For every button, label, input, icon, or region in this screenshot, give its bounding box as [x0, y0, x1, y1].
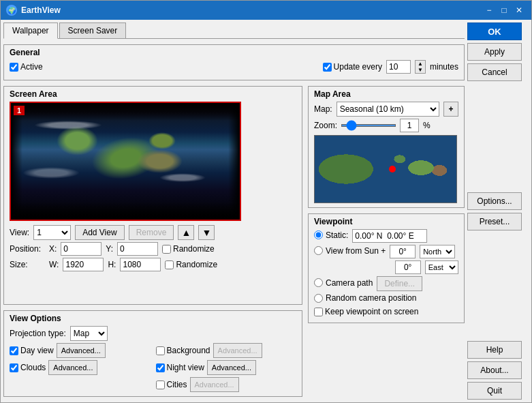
- keep-viewpoint-checkbox-label[interactable]: Keep viewpoint on screen: [314, 307, 418, 316]
- projection-select[interactable]: Map Globe: [70, 326, 108, 341]
- static-coords-input[interactable]: [352, 229, 427, 243]
- map-add-button[interactable]: +: [443, 102, 458, 117]
- general-row: Active Update every ▲ ▼ minutes: [10, 60, 458, 74]
- night-view-checkbox-label[interactable]: Night view: [156, 363, 204, 372]
- close-button[interactable]: ✕: [512, 3, 526, 17]
- zoom-input[interactable]: [400, 119, 419, 132]
- map-preview[interactable]: [314, 135, 457, 203]
- size-w-input[interactable]: [63, 258, 104, 271]
- tab-screensaver[interactable]: Screen Saver: [59, 23, 127, 38]
- interval-up-btn[interactable]: ▲: [416, 61, 425, 67]
- position-label: Position:: [10, 244, 45, 254]
- randomize1-label[interactable]: Randomize: [162, 244, 215, 254]
- static-label: Static:: [326, 230, 348, 240]
- active-checkbox-label[interactable]: Active: [10, 62, 43, 72]
- view-select[interactable]: 1: [33, 225, 71, 240]
- view-label: View:: [10, 228, 29, 237]
- minimize-button[interactable]: −: [482, 3, 496, 17]
- position-row: Position: X: Y: Randomize: [10, 242, 296, 256]
- about-button[interactable]: About...: [467, 361, 522, 379]
- view-from-sun-label: View from Sun +: [326, 246, 386, 256]
- update-checkbox[interactable]: [323, 63, 332, 72]
- position-y-input[interactable]: [117, 242, 158, 256]
- background-advanced-button[interactable]: Advanced...: [213, 343, 262, 358]
- randomize2-label[interactable]: Randomize: [165, 260, 217, 269]
- preset-button[interactable]: Preset...: [467, 213, 522, 230]
- east-deg-input[interactable]: [395, 260, 421, 274]
- background-checkbox-label[interactable]: Background: [156, 346, 210, 355]
- options-button[interactable]: Options...: [467, 192, 522, 210]
- day-view-row: Day view Advanced...: [10, 343, 151, 358]
- screen-area-title: Screen Area: [10, 89, 296, 99]
- add-view-button[interactable]: Add View: [75, 225, 124, 240]
- cities-checkbox[interactable]: [156, 380, 165, 389]
- camera-path-radio-label[interactable]: Camera path: [314, 278, 373, 288]
- static-radio[interactable]: [314, 230, 323, 239]
- app-icon: 🌍: [6, 5, 17, 16]
- zoom-slider[interactable]: [341, 124, 396, 127]
- quit-button[interactable]: Quit: [467, 382, 522, 400]
- move-up-button[interactable]: ▲: [178, 225, 194, 240]
- cancel-button[interactable]: Cancel: [467, 63, 522, 81]
- move-down-button[interactable]: ▼: [198, 225, 215, 240]
- help-button[interactable]: Help: [467, 341, 522, 359]
- night-view-row: Night view Advanced...: [156, 360, 297, 375]
- clouds-checkbox-label[interactable]: Clouds: [10, 363, 46, 372]
- view-row: View: 1 Add View Remove ▲ ▼: [10, 225, 296, 240]
- keep-viewpoint-checkbox[interactable]: [314, 308, 323, 316]
- map-select[interactable]: Seasonal (10 km) Daily (500 m) Daily (2 …: [337, 102, 439, 117]
- clouds-advanced-button[interactable]: Advanced...: [48, 360, 97, 375]
- day-view-checkbox-label[interactable]: Day view: [10, 346, 54, 355]
- view-from-sun-radio-label[interactable]: View from Sun +: [314, 246, 386, 256]
- position-x-input[interactable]: [61, 242, 101, 256]
- remove-button[interactable]: Remove: [129, 225, 174, 240]
- night-view-label: Night view: [167, 363, 204, 372]
- size-h-input[interactable]: [120, 258, 161, 271]
- view-from-sun-row: View from Sun + North South: [314, 245, 458, 258]
- zoom-percent: %: [423, 121, 431, 130]
- y-label: Y:: [106, 244, 113, 254]
- ok-button[interactable]: OK: [467, 23, 522, 40]
- cities-checkbox-label[interactable]: Cities: [156, 380, 187, 389]
- random-camera-radio[interactable]: [314, 294, 323, 303]
- size-label: Size:: [10, 260, 45, 269]
- update-interval-input[interactable]: [386, 60, 411, 74]
- define-button[interactable]: Define...: [377, 276, 422, 291]
- viewpoint-title: Viewpoint: [314, 217, 458, 226]
- view-from-sun-deg-input[interactable]: [390, 245, 416, 258]
- camera-path-radio[interactable]: [314, 278, 323, 287]
- cities-advanced-button[interactable]: Advanced...: [190, 377, 239, 392]
- east-select[interactable]: East West: [425, 260, 458, 274]
- maximize-button[interactable]: □: [497, 3, 511, 17]
- screen-preview: 1: [10, 102, 241, 221]
- tab-wallpaper[interactable]: Wallpaper: [3, 23, 58, 39]
- main-window: 🌍 EarthView − □ ✕ Wallpaper Screen Saver…: [0, 0, 532, 403]
- random-camera-radio-label[interactable]: Random camera position: [314, 293, 416, 303]
- day-view-label: Day view: [20, 346, 54, 355]
- day-advanced-button[interactable]: Advanced...: [57, 343, 106, 358]
- static-radio-label[interactable]: Static:: [314, 230, 348, 240]
- east-row: East West: [314, 260, 458, 274]
- day-view-checkbox[interactable]: [10, 346, 18, 355]
- keep-viewpoint-label: Keep viewpoint on screen: [325, 307, 418, 316]
- side-panel: OK Apply Cancel Options... Preset... Hel…: [467, 23, 529, 400]
- night-advanced-button[interactable]: Advanced...: [207, 360, 256, 375]
- update-label: Update every: [334, 62, 382, 72]
- view-from-sun-radio[interactable]: [314, 246, 323, 255]
- update-checkbox-label[interactable]: Update every: [323, 62, 382, 72]
- static-row: Static:: [314, 229, 458, 243]
- clouds-checkbox[interactable]: [10, 363, 18, 372]
- north-select[interactable]: North South: [420, 245, 455, 258]
- background-checkbox[interactable]: [156, 346, 165, 355]
- active-checkbox[interactable]: [10, 63, 18, 72]
- window-title: EarthView: [21, 5, 482, 15]
- map-background: [315, 136, 456, 203]
- randomize2-checkbox[interactable]: [165, 260, 174, 269]
- w-label: W:: [49, 260, 59, 269]
- apply-button[interactable]: Apply: [467, 43, 522, 61]
- night-view-checkbox[interactable]: [156, 363, 165, 372]
- view-options-grid: Day view Advanced... Clouds Adva: [10, 343, 296, 392]
- randomize1-checkbox[interactable]: [162, 245, 171, 254]
- interval-down-btn[interactable]: ▼: [416, 67, 425, 73]
- map-label: Map:: [314, 104, 332, 114]
